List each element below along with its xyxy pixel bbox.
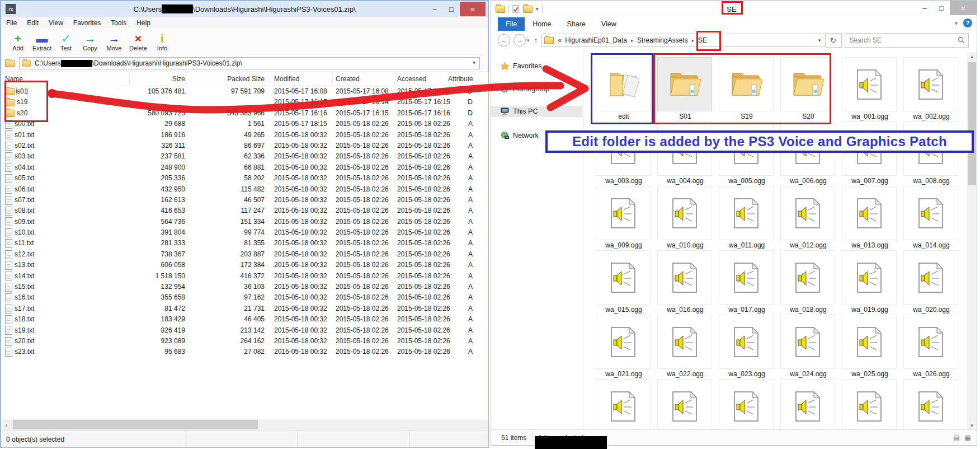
table-row[interactable]: s17.txt 81 472 21 731 2015-05-18 00:32 2… (2, 303, 488, 314)
item-wa_022.ogg[interactable]: wa_022.ogg (654, 315, 716, 379)
delete-button[interactable]: × Delete (127, 29, 149, 55)
refresh-button[interactable]: ↻ (826, 33, 842, 48)
table-row[interactable]: s04.txt 248 900 66 881 2015-05-18 00:32 … (2, 162, 488, 173)
minimize-button[interactable]: – (916, 1, 933, 15)
explorer-titlebar[interactable]: ▾ SE – □ × (491, 1, 977, 17)
combobox-dropdown-icon[interactable]: ▾ (470, 58, 478, 67)
column-header-accessed[interactable]: Accessed (397, 72, 456, 86)
column-header-name[interactable]: Name (5, 72, 130, 86)
menu-file[interactable]: File (1, 19, 22, 27)
table-row[interactable]: s11.txt 281 333 81 355 2015-05-18 00:32 … (2, 238, 488, 249)
item-S19[interactable]: S19 (716, 57, 778, 121)
breadcrumb-overflow[interactable]: « (558, 36, 562, 44)
item-wa_025.ogg[interactable]: wa_025.ogg (839, 315, 901, 379)
vertical-scrollbar[interactable]: ▴ ▾ (967, 52, 977, 430)
table-row[interactable]: s07.txt 162 613 46 507 2015-05-18 00:32 … (2, 195, 488, 205)
item-wa_024.ogg[interactable]: wa_024.ogg (778, 315, 839, 379)
item-wa_011.ogg[interactable]: wa_011.ogg (716, 186, 778, 250)
item-wa_023.ogg[interactable]: wa_023.ogg (716, 315, 778, 379)
minimize-button[interactable]: – (426, 2, 443, 16)
add-button[interactable]: + Add (7, 29, 29, 55)
close-button[interactable]: × (460, 2, 486, 16)
table-row[interactable]: s10.txt 391 804 99 774 2015-05-18 00:32 … (2, 227, 488, 238)
table-row[interactable]: s16.txt 355 658 97 162 2015-05-18 00:32 … (2, 292, 488, 303)
item-wa_009.ogg[interactable]: wa_009.ogg (593, 186, 654, 250)
up-folder-icon[interactable] (5, 60, 15, 67)
list-item[interactable] (778, 379, 839, 430)
up-button[interactable]: ↑ (534, 36, 538, 45)
recent-pages-icon[interactable]: ▾ (527, 38, 530, 43)
table-row[interactable]: s03.txt 237 581 62 336 2015-05-18 00:32 … (2, 151, 488, 162)
item-wa_012.ogg[interactable]: wa_012.ogg (778, 186, 839, 250)
item-wa_014.ogg[interactable]: wa_014.ogg (901, 186, 962, 250)
table-row[interactable]: s19.txt 826 419 213 142 2015-05-18 00:32… (2, 325, 488, 336)
table-row[interactable]: s12.txt 738 367 203 887 2015-05-18 00:32… (2, 249, 488, 260)
scroll-down-icon[interactable]: ▾ (967, 421, 977, 430)
item-wa_015.ogg[interactable]: wa_015.ogg (593, 250, 654, 315)
table-row[interactable]: s02.txt 326 311 86 697 2015-05-18 00:32 … (2, 141, 488, 151)
breadcrumb-item-se[interactable]: SE (698, 36, 707, 44)
item-wa_026.ogg[interactable]: wa_026.ogg (901, 315, 962, 379)
table-row[interactable]: s14.txt 1 518 150 416 372 2015-05-18 00:… (2, 271, 488, 282)
menu-edit[interactable]: Edit (22, 19, 44, 27)
scroll-left-icon[interactable]: ‹ (2, 422, 11, 428)
search-icon[interactable] (958, 36, 965, 44)
back-button[interactable]: ← (498, 34, 510, 46)
properties-icon[interactable] (512, 5, 520, 13)
tab-view[interactable]: View (593, 17, 624, 31)
tab-home[interactable]: Home (525, 17, 559, 31)
item-wa_019.ogg[interactable]: wa_019.ogg (839, 250, 901, 315)
menu-favorites[interactable]: Favorites (68, 19, 106, 27)
table-row[interactable]: s15.txt 132 954 36 103 2015-05-18 00:32 … (2, 282, 488, 292)
item-wa_001.ogg[interactable]: wa_001.ogg (839, 57, 901, 121)
table-row[interactable]: s06.txt 432 950 115 482 2015-05-18 00:32… (2, 184, 488, 195)
maximize-button[interactable]: □ (443, 2, 460, 16)
tab-file[interactable]: File (498, 17, 525, 31)
qat-customize-icon[interactable]: ▾ (536, 6, 539, 12)
column-header-size[interactable]: Size (131, 72, 186, 86)
table-row[interactable]: s13.txt 606 058 172 384 2015-05-18 00:32… (2, 260, 488, 270)
help-icon[interactable]: ? (963, 18, 972, 27)
sidebar-item-homegroup[interactable]: Homegroup (491, 83, 582, 95)
archive-path-combobox[interactable]: C:\Users\Downloads\Higurashi\HigurashiPS… (19, 57, 480, 69)
item-wa_021.ogg[interactable]: wa_021.ogg (593, 315, 654, 379)
column-header-packed-size[interactable]: Packed Size (190, 72, 265, 86)
table-row[interactable]: s00.txt 29 688 1 561 2015-05-17 18:15 20… (2, 119, 488, 129)
breadcrumb-item-data[interactable]: HigurashiEp01_Data (565, 36, 627, 44)
extract-button[interactable]: ▬ Extract (31, 29, 53, 55)
sidebar-item-this-pc[interactable]: This PC (491, 106, 582, 117)
column-header-created[interactable]: Created (336, 72, 394, 86)
maximize-button[interactable]: □ (933, 1, 950, 15)
thumbnails-view-icon[interactable]: ▦ (963, 434, 972, 442)
table-row[interactable]: s20.txt 923 089 264 162 2015-05-18 00:32… (2, 336, 488, 347)
column-header-modified[interactable]: Modified (274, 72, 333, 86)
item-wa_018.ogg[interactable]: wa_018.ogg (778, 250, 839, 315)
close-button[interactable]: × (950, 1, 977, 15)
horizontal-scrollbar[interactable]: ‹ (2, 419, 488, 430)
test-button[interactable]: ✓ Test (55, 29, 77, 55)
copy-button[interactable]: → Copy (79, 29, 101, 55)
table-row[interactable]: s01.txt 186 916 49 265 2015-05-18 00:32 … (2, 130, 488, 141)
menu-tools[interactable]: Tools (106, 19, 131, 27)
item-S20[interactable]: S20 (778, 57, 839, 121)
item-wa_013.ogg[interactable]: wa_013.ogg (839, 186, 901, 250)
menu-help[interactable]: Help (131, 19, 156, 27)
tab-share[interactable]: Share (559, 17, 593, 31)
breadcrumb[interactable]: « HigurashiEp01_Data ▸ StreamingAssets ▸… (541, 34, 826, 47)
list-item[interactable] (901, 379, 962, 430)
item-wa_016.ogg[interactable]: wa_016.ogg (654, 250, 716, 315)
scrollbar-thumb[interactable] (968, 62, 976, 185)
search-input[interactable] (849, 36, 954, 45)
breadcrumb-item-streamingassets[interactable]: StreamingAssets (637, 36, 688, 44)
scrollbar-thumb[interactable] (13, 420, 258, 429)
scroll-up-icon[interactable]: ▴ (967, 52, 977, 61)
table-row[interactable]: s09.txt 564 736 151 334 2015-05-18 00:32… (2, 217, 488, 227)
address-dropdown-icon[interactable]: ▾ (816, 36, 824, 45)
item-wa_017.ogg[interactable]: wa_017.ogg (716, 250, 778, 315)
item-S01[interactable]: S01 (654, 57, 716, 121)
new-folder-icon[interactable] (523, 6, 533, 13)
list-item[interactable] (593, 379, 654, 430)
table-row[interactable]: s23.txt 95 683 27 082 2015-05-18 00:32 2… (2, 347, 488, 357)
ribbon-collapse-icon[interactable]: ▾ (955, 20, 958, 26)
item-wa_010.ogg[interactable]: wa_010.ogg (654, 186, 716, 250)
